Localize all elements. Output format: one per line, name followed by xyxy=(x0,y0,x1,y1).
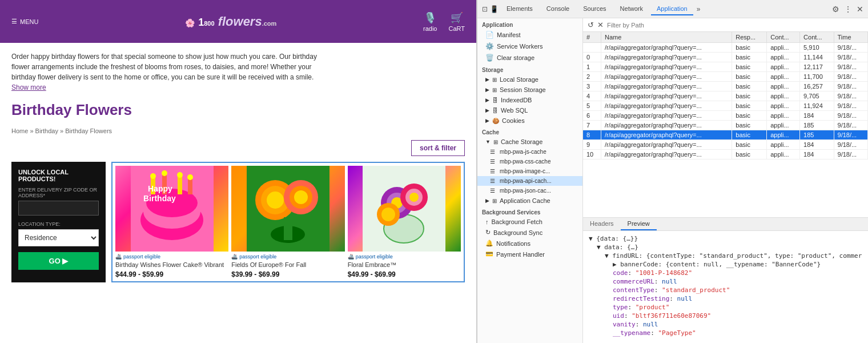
zip-label: ENTER DELIVERY ZIP CODE OR ADDRESS* xyxy=(18,187,99,198)
product-card-2[interactable]: 🚢 passport eligible Fields Of Europe® Fo… xyxy=(231,166,344,278)
sidebar-pwa-css-cache[interactable]: ☰mbp-pwa-css-cache xyxy=(477,157,582,166)
more-options-icon[interactable]: ⋮ xyxy=(844,5,852,14)
cell-resp: basic xyxy=(732,82,767,91)
table-row[interactable]: 0 /r/api/aggregator/graphql?query=... ba… xyxy=(583,53,868,62)
more-tabs-icon[interactable]: » xyxy=(697,5,701,13)
table-row[interactable]: 7 /r/api/aggregator/graphql?query=... ba… xyxy=(583,121,868,130)
sidebar-session-storage[interactable]: ▶⊞Session Storage xyxy=(477,85,582,95)
radio-icon-group[interactable]: 🎙️ radio xyxy=(423,11,437,32)
product-price-3: $49.99 - $69.99 xyxy=(348,270,461,278)
table-row[interactable]: 8 /r/api/aggregator/graphql?query=... ba… xyxy=(583,130,868,140)
close-icon[interactable]: ✕ xyxy=(857,5,863,14)
tab-headers[interactable]: Headers xyxy=(583,218,621,230)
devtools-body: Application 📄Manifest ⚙️Service Workers … xyxy=(477,18,868,343)
device-icon[interactable]: 📱 xyxy=(490,5,499,13)
table-row[interactable]: /r/api/aggregator/graphql?query=... basi… xyxy=(583,43,868,53)
cell-cont1: appli... xyxy=(767,121,800,130)
preview-line: vanity: null xyxy=(589,320,862,329)
cell-time: 9/18/... xyxy=(834,121,867,130)
main-content: Order happy birthday flowers for that sp… xyxy=(0,43,476,343)
filter-input[interactable] xyxy=(607,22,863,29)
sidebar-payment-handler[interactable]: 💳Payment Handler xyxy=(477,249,582,260)
location-select[interactable]: Residence xyxy=(18,229,99,246)
section-application: Application xyxy=(477,18,582,29)
cell-resp: basic xyxy=(732,53,767,62)
show-more-link[interactable]: Show more xyxy=(11,83,46,91)
table-row[interactable]: 5 /r/api/aggregator/graphql?query=... ba… xyxy=(583,101,868,111)
cell-time: 9/18/... xyxy=(834,43,867,53)
sidebar-pwa-js-cache[interactable]: ☰mbp-pwa-js-cache xyxy=(477,147,582,157)
cell-resp: basic xyxy=(732,140,767,150)
cell-time: 9/18/... xyxy=(834,72,867,82)
inspect-icon[interactable]: ⊡ xyxy=(482,5,488,13)
filter-bar: ↺ ✕ xyxy=(583,18,868,32)
cell-num: 1 xyxy=(583,62,601,72)
sidebar-pwa-json-cache[interactable]: ☰mbp-pwa-json-cac... xyxy=(477,186,582,196)
preview-line: ▼ findURL: {contentType: "standard_produ… xyxy=(589,252,862,260)
cell-name: /r/api/aggregator/graphql?query=... xyxy=(601,130,732,140)
product-image-1: Happy Birthday xyxy=(115,166,228,252)
cell-name: /r/api/aggregator/graphql?query=... xyxy=(601,43,732,53)
cell-num: 10 xyxy=(583,150,601,159)
sidebar-cache-storage[interactable]: ▼⊞Cache Storage xyxy=(477,137,582,147)
table-row[interactable]: 9 /r/api/aggregator/graphql?query=... ba… xyxy=(583,140,868,150)
tab-sources[interactable]: Sources xyxy=(577,3,612,15)
tab-network[interactable]: Network xyxy=(614,3,649,15)
table-row[interactable]: 4 /r/api/aggregator/graphql?query=... ba… xyxy=(583,91,868,101)
sidebar-pwa-api-cache[interactable]: ☰mbp-pwa-api-cach... xyxy=(477,176,582,186)
svg-point-32 xyxy=(381,208,395,221)
cell-name: /r/api/aggregator/graphql?query=... xyxy=(601,121,732,130)
cell-cont2: 184 xyxy=(800,140,834,150)
cell-name: /r/api/aggregator/graphql?query=... xyxy=(601,150,732,159)
cell-cont2: 185 xyxy=(800,130,834,140)
table-row[interactable]: 10 /r/api/aggregator/graphql?query=... b… xyxy=(583,150,868,159)
cell-resp: basic xyxy=(732,91,767,101)
sidebar-pwa-image-cache[interactable]: ☰mbp-pwa-image-c... xyxy=(477,166,582,176)
sidebar-app-cache[interactable]: ▶⊞Application Cache xyxy=(477,196,582,206)
sidebar-indexeddb[interactable]: ▶🗄IndexedDB xyxy=(477,95,582,105)
col-time: Time xyxy=(834,32,867,43)
tab-application[interactable]: Application xyxy=(651,3,693,15)
svg-text:Birthday: Birthday xyxy=(143,194,176,203)
cell-name: /r/api/aggregator/graphql?query=... xyxy=(601,62,732,72)
tab-preview[interactable]: Preview xyxy=(621,218,657,230)
sidebar-bg-sync[interactable]: ↻Background Sync xyxy=(477,227,582,238)
table-row[interactable]: 2 /r/api/aggregator/graphql?query=... ba… xyxy=(583,72,868,82)
refresh-icon[interactable]: ↺ xyxy=(588,21,594,29)
go-button[interactable]: GO ▶ xyxy=(18,252,99,270)
page-description: Order happy birthday flowers for that sp… xyxy=(11,51,320,93)
sidebar-websql[interactable]: ▶🗄Web SQL xyxy=(477,105,582,115)
sidebar-cookies[interactable]: ▶🍪Cookies xyxy=(477,115,582,126)
tab-elements[interactable]: Elements xyxy=(501,3,539,15)
preview-line: type: "product" xyxy=(589,303,862,312)
sidebar-clear-storage[interactable]: 🗑️Clear storage xyxy=(477,52,582,63)
cell-cont2: 12,117 xyxy=(800,62,834,72)
sidebar-service-workers[interactable]: ⚙️Service Workers xyxy=(477,41,582,52)
product-name-1: Birthday Wishes Flower Cake® Vibrant xyxy=(115,261,228,269)
zip-input[interactable] xyxy=(18,201,99,216)
product-card-1[interactable]: Happy Birthday 🚢 passport eligible Birth… xyxy=(115,166,228,278)
cart-icon-group[interactable]: 🛒 CaRT xyxy=(448,11,465,32)
delivery-sidebar: UNLOCK LOCAL PRODUCTS! ENTER DELIVERY ZI… xyxy=(11,162,106,282)
product-card-3[interactable]: 🚢 passport eligible Floral Embrace™ $49.… xyxy=(348,166,461,278)
settings-icon[interactable]: ⚙ xyxy=(832,5,839,14)
col-num: # xyxy=(583,32,601,43)
table-row[interactable]: 6 /r/api/aggregator/graphql?query=... ba… xyxy=(583,111,868,121)
sidebar-notifications[interactable]: 🔔Notifications xyxy=(477,238,582,249)
sidebar-bg-fetch[interactable]: ↑Background Fetch xyxy=(477,217,582,227)
sidebar-local-storage[interactable]: ▶⊞Local Storage xyxy=(477,74,582,85)
cell-num: 3 xyxy=(583,82,601,91)
bottom-tabs: Headers Preview xyxy=(583,218,868,231)
table-row[interactable]: 3 /r/api/aggregator/graphql?query=... ba… xyxy=(583,82,868,91)
col-cont1: Cont... xyxy=(767,32,800,43)
tab-console[interactable]: Console xyxy=(541,3,575,15)
cell-cont1: appli... xyxy=(767,130,800,140)
cell-resp: basic xyxy=(732,150,767,159)
menu-label[interactable]: MENU xyxy=(20,18,38,25)
table-row[interactable]: 1 /r/api/aggregator/graphql?query=... ba… xyxy=(583,62,868,72)
sidebar-manifest[interactable]: 📄Manifest xyxy=(477,29,582,41)
sort-filter-button[interactable]: sort & filter xyxy=(411,140,465,156)
clear-icon[interactable]: ✕ xyxy=(597,21,604,29)
cell-num: 0 xyxy=(583,53,601,62)
cell-cont2: 185 xyxy=(800,121,834,130)
